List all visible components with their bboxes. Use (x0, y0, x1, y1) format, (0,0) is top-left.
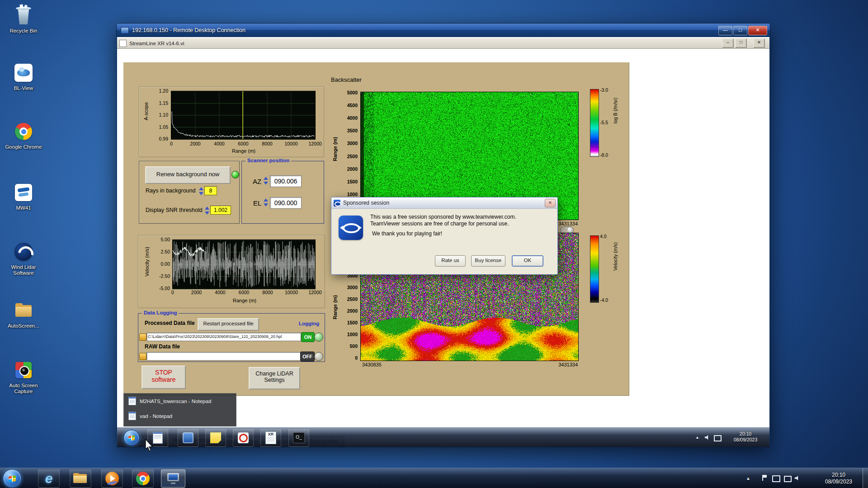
minimize-button[interactable]: – (722, 38, 734, 48)
rate-us-button[interactable]: Rate us (435, 255, 466, 267)
close-icon[interactable]: ✕ (545, 199, 556, 207)
ok-button[interactable]: OK (512, 255, 543, 267)
raw-logging-toggle[interactable]: OFF (300, 352, 315, 361)
tick-label: 8000 (257, 141, 277, 146)
display-icon[interactable] (772, 475, 780, 482)
taskbar-item-xr-app[interactable]: XR (260, 429, 281, 447)
show-desktop-button[interactable] (863, 468, 868, 488)
tick-label: 0 (355, 355, 358, 361)
folder-icon (73, 473, 88, 484)
data-logging-title: Data Logging (142, 310, 179, 315)
rays-value[interactable]: 8 (204, 186, 217, 195)
change-lidar-settings-button[interactable]: Change LiDAR Settings (249, 367, 300, 389)
taskbar-item-console[interactable]: O_ (288, 429, 309, 447)
snr-value[interactable]: 1.002 (210, 206, 231, 215)
network-icon[interactable] (784, 476, 792, 482)
desktop-icon-google-chrome[interactable]: Google Chrome (4, 121, 43, 150)
close-button[interactable]: ✕ (748, 26, 767, 35)
restart-processed-file-button[interactable]: Restart processed file (198, 318, 259, 331)
window-list-item-vad[interactable]: vad - Notepad (124, 408, 236, 423)
restore-button[interactable]: □ (735, 38, 747, 48)
taskbar-item-explorer[interactable] (70, 469, 91, 488)
backscatter-colorbar (590, 89, 599, 157)
taskbar-item-system-app[interactable] (178, 429, 198, 447)
taskbar-item-remote-desktop-active[interactable] (161, 469, 185, 488)
window-list-item-towerscan[interactable]: M2HATS_towerscan - Notepad (124, 394, 236, 408)
rdp-window-icon (121, 27, 129, 34)
buy-license-button[interactable]: Buy license (471, 255, 505, 267)
start-button[interactable] (3, 469, 22, 488)
desktop-icon-bl-view[interactable]: BL-View (4, 62, 43, 91)
host-clock[interactable]: 20:10 08/09/2023 (818, 472, 859, 485)
snr-stepper[interactable] (205, 206, 210, 215)
velocity-map-timestamp-right: 3431334 (552, 362, 578, 367)
change-settings-label: Change LiDAR (250, 371, 299, 377)
scanner-position-frame: Scanner position AZ 090.006 EL 090.000 (241, 161, 324, 224)
power-app-icon (238, 432, 249, 443)
velocity-y-axis-label: Velocity (m/s) (144, 247, 150, 277)
ascope-plot (171, 91, 316, 140)
stop-software-label: STOP (142, 369, 185, 376)
tick-label: 1500 (347, 320, 358, 325)
taskbar-item-media-player[interactable] (101, 469, 123, 488)
desktop-icon-autoscreen[interactable]: AutoScreen... (4, 300, 43, 329)
tick-label: 2500 (347, 296, 358, 302)
taskbar-item-power-app[interactable] (233, 429, 254, 447)
processed-logging-toggle[interactable]: ON (301, 332, 315, 342)
raw-logging-knob[interactable] (314, 352, 323, 361)
close-button[interactable]: ✕ (753, 38, 765, 48)
rays-stepper[interactable] (199, 187, 204, 196)
desktop-icon-label: Google Chrome (4, 144, 43, 150)
internet-explorer-icon: e (45, 472, 53, 485)
volume-icon[interactable] (705, 435, 710, 440)
taskbar-item-internet-explorer[interactable]: e (38, 469, 60, 488)
mouse-cursor (144, 439, 154, 452)
chrome-icon (13, 121, 34, 142)
taskbar-item-sticky-notes[interactable] (205, 429, 226, 447)
data-logging-frame: Data Logging Processed Data file Restart… (138, 313, 325, 362)
remote-clock[interactable]: 20:10 08/09/2023 (728, 431, 763, 443)
taskbar-item-chrome[interactable] (132, 469, 154, 488)
wind-lidar-icon (13, 241, 34, 263)
action-center-flag-icon[interactable] (762, 475, 768, 481)
desktop-icon-mw41[interactable]: MW41 (4, 182, 43, 211)
desktop-icon-recycle-bin[interactable]: Recycle Bin (4, 5, 43, 34)
az-stepper[interactable] (264, 176, 269, 185)
maximize-button[interactable]: □ (733, 26, 747, 35)
minimize-button[interactable]: — (718, 26, 732, 35)
chrome-icon (136, 472, 150, 485)
tray-chevron-icon[interactable]: ▲ (746, 476, 750, 481)
raw-path-field[interactable] (146, 352, 301, 361)
desktop-icon-wind-lidar[interactable]: Wind Lidar Software (4, 241, 43, 276)
window-list-label: vad - Notepad (140, 413, 172, 419)
start-button[interactable] (123, 430, 140, 446)
tick-label: 5.00 (161, 237, 170, 242)
el-value[interactable]: 090.000 (270, 197, 302, 209)
sponsored-session-dialog: Sponsored session ✕ This was a free sess… (331, 197, 558, 275)
volume-icon[interactable] (795, 475, 800, 481)
velocity-colorbar-axis: 4.0-4.0 (599, 62, 615, 395)
browse-folder-icon[interactable] (139, 333, 146, 341)
network-icon[interactable] (714, 435, 722, 441)
tray-chevron-icon[interactable]: ▲ (695, 435, 699, 440)
stop-software-button[interactable]: STOP software (142, 366, 186, 389)
mw41-icon (13, 182, 34, 203)
ascope-y-axis-label: A-scope (143, 102, 149, 120)
tick-label: 10000 (281, 141, 301, 146)
velocity-colorbar-label: Velocity (m/s) (613, 242, 618, 271)
desktop-icon-auto-screen-capture[interactable]: Auto Screen Capture (4, 359, 43, 394)
remote-desktop-icon (167, 473, 179, 484)
az-label: AZ (253, 178, 261, 185)
el-stepper[interactable] (264, 198, 269, 207)
velocity-x-axis-label: Range (m) (226, 298, 263, 303)
desktop-icon-label: AutoScreen... (4, 323, 43, 329)
browse-folder-icon[interactable] (139, 353, 146, 360)
processed-logging-knob[interactable] (314, 333, 323, 342)
tick-label: 8000 (258, 290, 278, 295)
sticky-notes-icon (210, 432, 221, 443)
az-value[interactable]: 090.006 (270, 175, 302, 187)
tick-label: 1000 (347, 332, 358, 337)
stop-software-label2: software (142, 376, 185, 383)
processed-path-field[interactable]: C:\LidarA\Data\Proc\2023\202309\20230908… (146, 333, 301, 341)
dialog-text-line1: This was a free session sponsored by www… (370, 214, 516, 220)
